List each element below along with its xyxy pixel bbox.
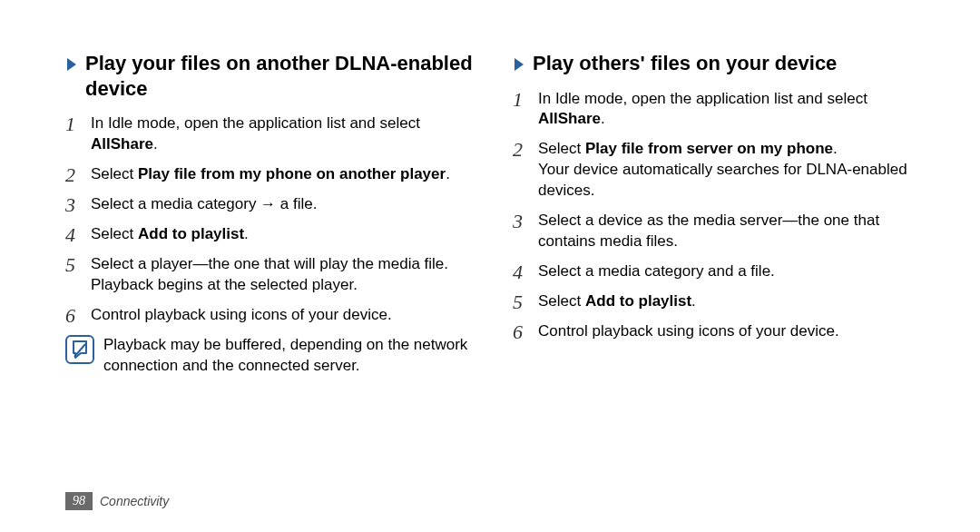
step-item: 1 In Idle mode, open the application lis… [513, 89, 926, 131]
step-number: 3 [513, 211, 538, 232]
step-number: 1 [513, 89, 538, 110]
step-number: 3 [65, 194, 91, 215]
note-icon [65, 335, 94, 364]
step-number: 5 [65, 254, 91, 275]
heading-text: Play others' files on your device [533, 51, 837, 76]
section-heading-left: Play your files on another DLNA-enabled … [65, 51, 478, 101]
step-number: 2 [513, 139, 538, 160]
chevron-right-icon [65, 56, 80, 73]
step-body: In Idle mode, open the application list … [91, 113, 478, 155]
step-item: 4 Select a media category and a file. [513, 261, 926, 282]
step-item: 2 Select Play file from my phone on anot… [65, 164, 478, 185]
step-body: Select Add to playlist. [91, 224, 478, 245]
step-body: Select a device as the media server—the … [538, 211, 926, 252]
step-number: 4 [65, 224, 91, 245]
step-body: Control playback using icons of your dev… [538, 321, 926, 342]
step-item: 1 In Idle mode, open the application lis… [65, 113, 478, 155]
right-column: Play others' files on your device 1 In I… [513, 51, 926, 377]
step-body: Select a media category → a file. [91, 194, 478, 215]
step-body: In Idle mode, open the application list … [538, 89, 926, 131]
step-item: 5 Select Add to playlist. [513, 291, 926, 312]
note-block: Playback may be buffered, depending on t… [65, 335, 478, 377]
step-item: 4 Select Add to playlist. [65, 224, 478, 245]
step-body: Control playback using icons of your dev… [91, 305, 478, 326]
step-item: 5 Select a player—the one that will play… [65, 254, 478, 296]
step-body: Select a media category and a file. [538, 261, 926, 282]
step-number: 1 [65, 113, 91, 134]
step-body: Select a player—the one that will play t… [91, 254, 478, 296]
section-name: Connectivity [100, 494, 169, 508]
step-item: 6 Control playback using icons of your d… [65, 305, 478, 326]
svg-marker-3 [514, 58, 524, 71]
page-footer: 98 Connectivity [65, 492, 169, 510]
step-number: 6 [513, 321, 538, 342]
step-number: 6 [65, 305, 91, 326]
step-body: Select Add to playlist. [538, 291, 926, 312]
step-number: 4 [513, 261, 538, 282]
steps-list-left: 1 In Idle mode, open the application lis… [65, 113, 478, 326]
page-content: Play your files on another DLNA-enabled … [0, 0, 980, 377]
note-text: Playback may be buffered, depending on t… [103, 335, 478, 377]
step-item: 3 Select a device as the media server—th… [513, 211, 926, 252]
heading-text: Play your files on another DLNA-enabled … [85, 51, 478, 101]
step-item: 2 Select Play file from server on my pho… [513, 139, 926, 202]
step-item: 3 Select a media category → a file. [65, 194, 478, 215]
page-number: 98 [65, 492, 93, 510]
step-body: Select Play file from server on my phone… [538, 139, 926, 202]
step-body: Select Play file from my phone on anothe… [91, 164, 478, 185]
step-number: 2 [65, 164, 91, 185]
svg-marker-0 [67, 58, 76, 71]
chevron-right-icon [513, 56, 527, 73]
step-number: 5 [513, 291, 538, 312]
section-heading-right: Play others' files on your device [513, 51, 926, 76]
steps-list-right: 1 In Idle mode, open the application lis… [513, 89, 926, 343]
left-column: Play your files on another DLNA-enabled … [65, 51, 478, 377]
step-item: 6 Control playback using icons of your d… [513, 321, 926, 342]
